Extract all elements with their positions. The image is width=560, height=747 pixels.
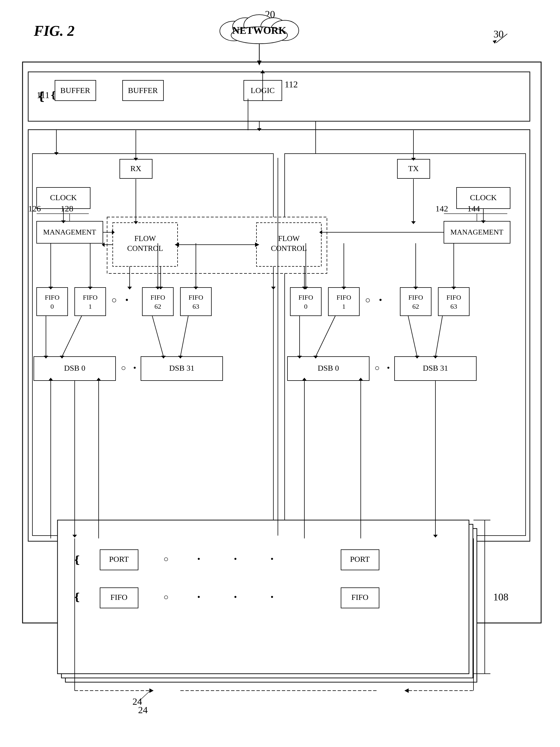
svg-text:BUFFER: BUFFER — [128, 86, 158, 95]
ref-24: 24 — [138, 705, 148, 716]
svg-marker-179 — [49, 378, 53, 381]
svg-rect-70 — [34, 357, 115, 381]
svg-text:111❴: 111❴ — [37, 90, 57, 100]
svg-text:108: 108 — [493, 591, 508, 603]
svg-text:FIFO: FIFO — [151, 294, 165, 301]
downstream-ref: 118 — [37, 166, 50, 177]
ref-150-1: 150 — [294, 318, 306, 327]
svg-marker-153 — [158, 287, 163, 289]
svg-rect-26 — [457, 187, 510, 209]
ref-164: 164 — [82, 589, 95, 599]
svg-rect-50 — [142, 287, 173, 316]
dsb-dots-us: ○ • — [375, 364, 391, 374]
svg-rect-22 — [397, 159, 430, 178]
svg-marker-106 — [492, 40, 497, 44]
ref-124: 124 — [158, 156, 171, 167]
svg-text:❴: ❴ — [37, 90, 46, 103]
svg-text:PORT: PORT — [109, 555, 129, 564]
svg-rect-19 — [285, 154, 526, 536]
svg-marker-151 — [127, 287, 132, 289]
svg-marker-133 — [156, 287, 160, 289]
ref-108: 108 — [522, 564, 537, 575]
svg-text:•: • — [271, 554, 274, 564]
svg-rect-28 — [107, 217, 327, 274]
svg-text:CLOCK: CLOCK — [470, 193, 497, 202]
svg-rect-56 — [290, 287, 321, 316]
svg-text:FLOW: FLOW — [278, 234, 300, 243]
svg-marker-183 — [302, 378, 306, 381]
svg-rect-29 — [113, 223, 178, 266]
dsb-dots-ds: ○ • — [117, 364, 133, 374]
svg-text:1: 1 — [342, 303, 346, 310]
svg-text:FIFO: FIFO — [45, 294, 59, 301]
svg-marker-175 — [73, 535, 77, 538]
svg-marker-147 — [319, 230, 322, 234]
ref-122: 122 — [56, 141, 70, 151]
svg-text:128: 128 — [61, 204, 73, 213]
dots-lc-fifo: ○ • • • — [169, 592, 222, 602]
svg-marker-167 — [297, 356, 302, 359]
ref-126-ds: 126 — [28, 237, 41, 247]
ref-134-2: 134 — [82, 318, 94, 327]
ref-126-top: 126 — [304, 130, 318, 140]
svg-rect-83 — [61, 524, 473, 678]
svg-text:DSB 31: DSB 31 — [169, 364, 194, 372]
atm-switch-label: ATM SWITCH — [453, 73, 515, 84]
svg-marker-149 — [102, 242, 105, 247]
svg-rect-91 — [341, 588, 379, 608]
svg-text:FIFO: FIFO — [351, 593, 369, 601]
svg-marker-193 — [150, 688, 154, 693]
svg-marker-141 — [342, 287, 346, 289]
svg-text:142: 142 — [435, 204, 448, 213]
svg-marker-116 — [134, 158, 138, 161]
svg-text:DSB 0: DSB 0 — [318, 364, 339, 372]
svg-marker-163 — [161, 356, 166, 359]
dots-atm: • • • — [99, 88, 126, 100]
svg-marker-159 — [44, 356, 48, 359]
ref-148: 148 — [257, 214, 270, 224]
svg-marker-104 — [257, 60, 262, 66]
brace-164: ❴ — [71, 588, 78, 598]
svg-rect-74 — [141, 357, 223, 381]
svg-point-1 — [233, 18, 258, 36]
svg-text:PORT: PORT — [350, 555, 370, 564]
svg-text:•: • — [234, 554, 237, 564]
svg-text:112: 112 — [285, 79, 298, 89]
svg-rect-59 — [328, 287, 359, 316]
svg-marker-125 — [61, 221, 66, 223]
ref-150-4: 150 — [451, 318, 463, 327]
ref-150-2: 150 — [336, 318, 347, 327]
svg-text:63: 63 — [192, 303, 199, 310]
svg-rect-24 — [37, 187, 90, 209]
svg-text:○: ○ — [163, 592, 168, 601]
figure-label: FIG. 2 — [34, 23, 74, 39]
svg-text:FLOW: FLOW — [134, 234, 156, 243]
svg-marker-122 — [411, 221, 416, 224]
ref-154-2: 154 — [434, 318, 446, 327]
svg-text:RX: RX — [131, 164, 141, 173]
ref-160: 160 — [82, 552, 95, 563]
svg-marker-110 — [260, 70, 265, 73]
ref-138-2: 138 — [179, 318, 191, 327]
svg-marker-139 — [303, 287, 308, 289]
svg-text:1: 1 — [88, 303, 92, 310]
brace-160: ❴ — [71, 551, 78, 562]
svg-text:MANAGEMENT: MANAGEMENT — [450, 228, 503, 236]
svg-text:DSB 31: DSB 31 — [423, 364, 448, 372]
svg-rect-89 — [100, 588, 138, 608]
linecard-label: LINE CARD — [169, 527, 228, 539]
svg-text:62: 62 — [412, 303, 419, 310]
svg-text:0: 0 — [304, 303, 308, 310]
network-ref: 20 — [265, 8, 275, 20]
svg-text:FIFO: FIFO — [447, 294, 461, 301]
svg-marker-185 — [358, 378, 363, 381]
svg-rect-84 — [57, 520, 469, 674]
svg-marker-161 — [60, 356, 64, 359]
svg-text:CONTROL: CONTROL — [127, 244, 163, 253]
svg-marker-137 — [112, 230, 115, 234]
ref-158: 158 — [234, 130, 247, 140]
svg-marker-173 — [433, 356, 438, 359]
svg-rect-18 — [32, 154, 273, 536]
svg-marker-37 — [175, 242, 179, 247]
svg-line-198 — [138, 692, 150, 702]
